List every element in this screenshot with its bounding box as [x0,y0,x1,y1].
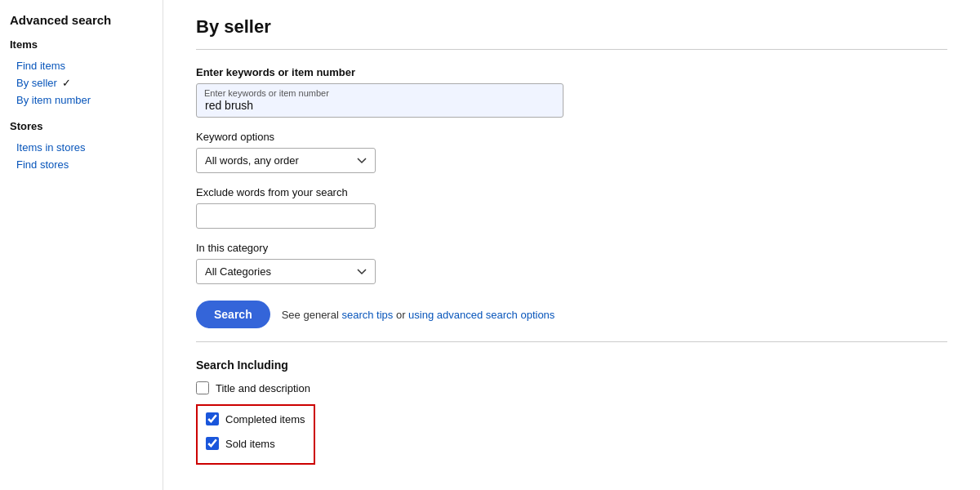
sidebar-item-by-item-number[interactable]: By item number [10,91,153,109]
keyword-input-wrapper: Enter keywords or item number [196,83,564,118]
search-including-section: Search Including Title and description C… [196,359,947,465]
title-desc-checkbox[interactable] [196,381,209,394]
keyword-label: Enter keywords or item number [196,66,947,78]
sold-items-label: Sold items [225,438,275,450]
main-content: By seller Enter keywords or item number … [163,0,980,490]
category-section: In this category All Categories Antiques… [196,242,947,284]
keyword-options-label: Keyword options [196,131,947,143]
sold-items-checkbox[interactable] [206,437,219,450]
advanced-search-link[interactable]: using advanced search options [408,309,555,321]
search-tips-text: See general search tips or using advance… [282,309,555,321]
sidebar-item-find-stores[interactable]: Find stores [10,156,153,173]
title-desc-label: Title and description [216,382,310,394]
keyword-section: Enter keywords or item number Enter keyw… [196,66,947,118]
search-tips-link[interactable]: search tips [341,309,393,321]
checkbox-row-title-desc: Title and description [196,381,947,394]
completed-items-checkbox[interactable] [206,412,219,425]
search-tips-or: or [396,309,408,321]
category-select[interactable]: All Categories Antiques Art Baby Books [196,259,376,284]
checkbox-row-completed: Completed items [206,412,305,425]
checkbox-row-sold: Sold items [206,437,305,450]
search-button[interactable]: Search [196,301,270,328]
sidebar-item-find-items[interactable]: Find items [10,57,153,74]
search-row: Search See general search tips or using … [196,301,947,342]
checked-group: Completed items Sold items [196,404,315,465]
page-title: By seller [196,16,947,50]
sidebar-section-stores: Stores [10,120,153,132]
keyword-options-section: Keyword options All words, any order Any… [196,131,947,173]
keyword-input[interactable] [196,83,564,118]
category-label: In this category [196,242,947,254]
keyword-options-select[interactable]: All words, any order Any words Exact phr… [196,148,376,173]
completed-items-label: Completed items [225,413,305,425]
exclude-input[interactable] [196,203,376,229]
sidebar-section-items: Items [10,38,153,51]
search-including-title: Search Including [196,359,947,372]
sidebar-title: Advanced search [10,13,153,27]
sidebar-item-by-seller[interactable]: By seller ✓ [10,74,153,91]
active-checkmark: ✓ [62,77,71,89]
sidebar-item-items-in-stores[interactable]: Items in stores [10,139,153,156]
search-tips-prefix: See general [282,309,342,321]
sidebar: Advanced search Items Find items By sell… [0,0,163,490]
exclude-section: Exclude words from your search [196,186,947,229]
exclude-label: Exclude words from your search [196,186,947,198]
